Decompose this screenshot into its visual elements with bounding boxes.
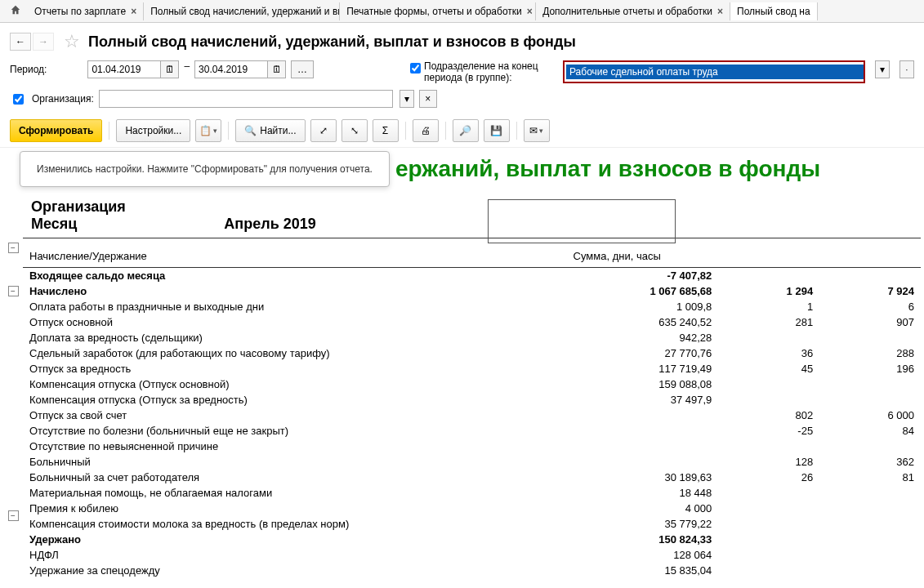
table-row[interactable]: Отсутствие по болезни (больничный еще не… (23, 423, 921, 439)
save-button[interactable]: 💾 (484, 119, 510, 142)
tree-collapse-icon[interactable]: − (8, 243, 19, 253)
table-row[interactable]: Компенсация стоимости молока за вредност… (23, 516, 921, 532)
empty-box (488, 199, 676, 243)
report-area: Изменились настройки. Нажмите "Сформиров… (0, 148, 924, 586)
close-icon[interactable]: × (131, 6, 136, 17)
tab-label: Дополнительные отчеты и обработки (542, 6, 712, 17)
close-icon[interactable]: × (717, 6, 723, 17)
dropdown-icon[interactable]: ▾ (400, 90, 414, 108)
tab-label: Полный свод начислений, удержаний и выпл… (150, 6, 340, 17)
page-title: Полный свод начислений, удержаний, выпла… (88, 33, 576, 51)
tab-2[interactable]: Печатные формы, отчеты и обработки× (340, 2, 536, 20)
col-sum: Сумма, дни, часы (567, 248, 921, 268)
copy-button[interactable]: 📋▾ (195, 119, 221, 142)
org-label: Организация: (32, 93, 94, 105)
tree-collapse-icon[interactable]: − (8, 510, 19, 521)
dropdown-extra-icon[interactable]: · (899, 60, 914, 78)
dropdown-icon[interactable]: ▾ (875, 60, 890, 78)
table-row[interactable]: Сдельный заработок (для работающих по ча… (23, 345, 921, 361)
favorite-icon[interactable]: ☆ (64, 31, 80, 52)
table-row[interactable]: Больничный128362 (23, 454, 921, 470)
params-row-2: Организация: ▾ × (0, 88, 924, 114)
table-row[interactable]: Материальная помощь, не облагаемая налог… (23, 485, 921, 501)
tree-column: − − − (3, 194, 23, 578)
back-button[interactable]: ← (10, 33, 31, 51)
tab-3[interactable]: Дополнительные отчеты и обработки× (536, 2, 730, 20)
table-row[interactable]: Компенсация отпуска (Отпуск за вредность… (23, 392, 921, 408)
table-row[interactable]: Удержание за спецодежду15 835,04 (23, 563, 921, 578)
month-header-value: Апрель 2019 (224, 216, 315, 233)
table-row[interactable]: Начислено1 067 685,681 2947 924 (23, 283, 921, 299)
find-button[interactable]: 🔍Найти... (235, 119, 305, 142)
tab-0[interactable]: Отчеты по зарплате× (28, 2, 144, 20)
collapse-button[interactable]: ⤡ (341, 119, 368, 142)
subdivision-field: Рабочие сдельной оплаты труда (563, 60, 865, 83)
tree-collapse-icon[interactable]: − (8, 286, 19, 296)
subdivision-input[interactable]: Рабочие сдельной оплаты труда (566, 65, 864, 79)
report-table: Начисление/Удержание Сумма, дни, часы Вх… (23, 248, 921, 578)
toolbar: Сформировать Настройки... 📋▾ 🔍Найти... ⤢… (0, 114, 924, 148)
close-icon[interactable]: × (527, 6, 533, 17)
table-row[interactable]: Больничный за счет работодателя30 189,63… (23, 470, 921, 485)
print-button[interactable]: 🖨 (413, 119, 439, 142)
forward-button[interactable]: → (33, 33, 54, 51)
table-row[interactable]: НДФЛ128 064 (23, 547, 921, 563)
period-more-button[interactable]: … (291, 60, 314, 78)
table-row[interactable]: Оплата работы в праздничные и выходные д… (23, 299, 921, 314)
subdivision-checkbox[interactable] (410, 63, 421, 74)
table-row[interactable]: Входящее сальдо месяца-7 407,82 (23, 268, 921, 284)
table-row[interactable]: Премия к юбилею4 000 (23, 501, 921, 516)
col-name: Начисление/Удержание (23, 248, 567, 268)
tab-label: Полный свод на (737, 6, 810, 17)
tab-label: Отчеты по зарплате (34, 6, 126, 17)
calendar-icon[interactable]: 🗓 (161, 60, 179, 78)
period-to-input[interactable]: 30.04.2019 (194, 60, 268, 78)
tab-label: Печатные формы, отчеты и обработки (346, 6, 522, 17)
period-from-input[interactable]: 01.04.2019 (87, 60, 161, 78)
subdivision-label: Подразделение на конец периода (в группе… (424, 60, 555, 83)
period-label: Период: (10, 60, 47, 75)
org-input[interactable] (99, 90, 393, 108)
tab-bar: Отчеты по зарплате× Полный свод начислен… (0, 0, 924, 23)
table-row[interactable]: Компенсация отпуска (Отпуск основной)159… (23, 376, 921, 392)
params-row-1: Период: 01.04.2019 🗓 – 30.04.2019 🗓 … По… (0, 56, 924, 88)
table-row[interactable]: Удержано150 824,33 (23, 532, 921, 547)
tab-1[interactable]: Полный свод начислений, удержаний и выпл… (144, 2, 340, 20)
org-checkbox[interactable] (13, 94, 24, 105)
preview-button[interactable]: 🔎 (453, 119, 479, 142)
table-row[interactable]: Отпуск основной635 240,52281907 (23, 314, 921, 330)
table-row[interactable]: Доплата за вредность (сдельщики)942,28 (23, 330, 921, 345)
report-header-block: Организация Месяц Апрель 2019 (23, 194, 921, 238)
table-row[interactable]: Отсутствие по невыясненной причине (23, 439, 921, 454)
org-header-label: Организация (31, 198, 126, 216)
expand-button[interactable]: ⤢ (310, 119, 337, 142)
calendar-icon[interactable]: 🗓 (268, 60, 286, 78)
table-row[interactable]: Отпуск за вредность117 719,4945196 (23, 361, 921, 376)
sum-button[interactable]: Σ (373, 119, 399, 142)
home-icon[interactable] (3, 1, 28, 21)
email-button[interactable]: ✉▾ (524, 119, 550, 142)
month-header-label: Месяц (31, 216, 77, 233)
generate-button[interactable]: Сформировать (10, 119, 102, 142)
clear-button[interactable]: × (419, 90, 437, 108)
table-row[interactable]: Отпуск за свой счет8026 000 (23, 408, 921, 423)
tab-4[interactable]: Полный свод на (730, 2, 818, 20)
settings-changed-tooltip: Изменились настройки. Нажмите "Сформиров… (20, 151, 390, 187)
settings-button[interactable]: Настройки... (116, 119, 190, 142)
header: ← → ☆ Полный свод начислений, удержаний,… (0, 23, 924, 56)
